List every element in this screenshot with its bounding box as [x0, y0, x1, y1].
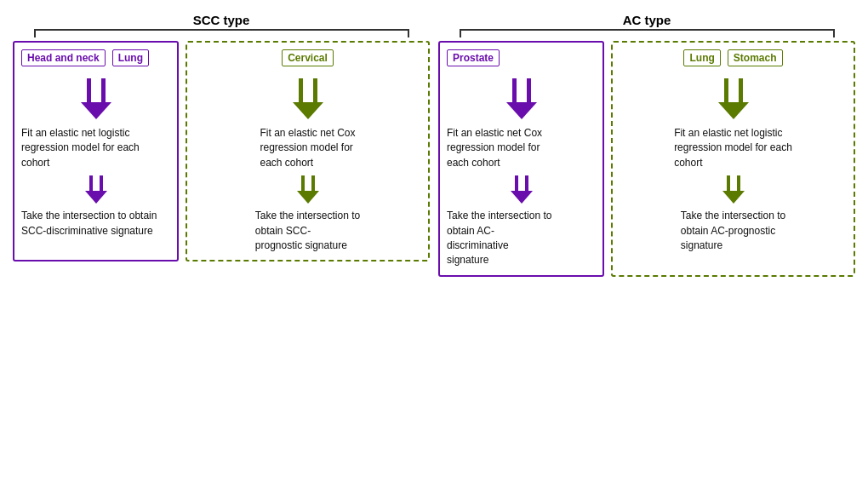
scc-title: SCC type: [193, 13, 250, 27]
ac-right-step1: Fit an elastic net logistic regression m…: [674, 126, 792, 170]
scc-left-arrow1: [81, 78, 111, 119]
ac-stomach-badge: Stomach: [728, 49, 783, 66]
ac-prostate-badge: Prostate: [447, 49, 500, 66]
scc-cervical-badge: Cervical: [282, 49, 334, 66]
ac-section: AC type Prostate Fit an elastic net Cox …: [438, 13, 855, 277]
ac-left-step1: Fit an elastic net Cox regression model …: [447, 126, 542, 170]
ac-left-arrow2: [511, 175, 533, 204]
scc-right-box: Cervical Fit an elastic net Cox regressi…: [186, 41, 430, 261]
scc-section: SCC type Head and neck Lung Fit an elast…: [13, 13, 430, 277]
ac-bracket: [460, 29, 835, 37]
ac-left-step2: Take the intersection to obtain AC- disc…: [447, 209, 551, 268]
ac-left-box: Prostate Fit an elastic net Cox regressi…: [438, 41, 604, 277]
ac-right-box: Lung Stomach Fit an elastic net logistic…: [611, 41, 855, 277]
ac-right-badges: Lung Stomach: [683, 49, 782, 66]
scc-left-badges: Head and neck Lung: [21, 49, 149, 66]
scc-left-arrow2: [85, 175, 107, 204]
ac-title: AC type: [623, 13, 671, 27]
ac-right-arrow1: [718, 78, 749, 119]
scc-right-arrow2: [297, 175, 319, 204]
scc-bracket: [34, 29, 409, 37]
scc-right-step1: Fit an elastic net Cox regression model …: [260, 126, 355, 170]
ac-lung-badge: Lung: [683, 49, 720, 66]
ac-right-arrow2: [722, 175, 745, 204]
scc-head-neck-badge: Head and neck: [21, 49, 106, 66]
scc-left-step2: Take the intersection to obtain SCC-disc…: [21, 209, 157, 238]
ac-left-arrow1: [506, 78, 537, 119]
scc-right-arrow1: [293, 78, 323, 119]
scc-lung-badge: Lung: [112, 49, 149, 66]
scc-left-step1: Fit an elastic net logistic regression m…: [21, 126, 140, 170]
scc-right-step2: Take the intersection to obtain SCC- pro…: [255, 209, 360, 253]
ac-right-step2: Take the intersection to obtain AC-progn…: [681, 209, 785, 253]
scc-left-box: Head and neck Lung Fit an elastic net lo…: [13, 41, 179, 261]
